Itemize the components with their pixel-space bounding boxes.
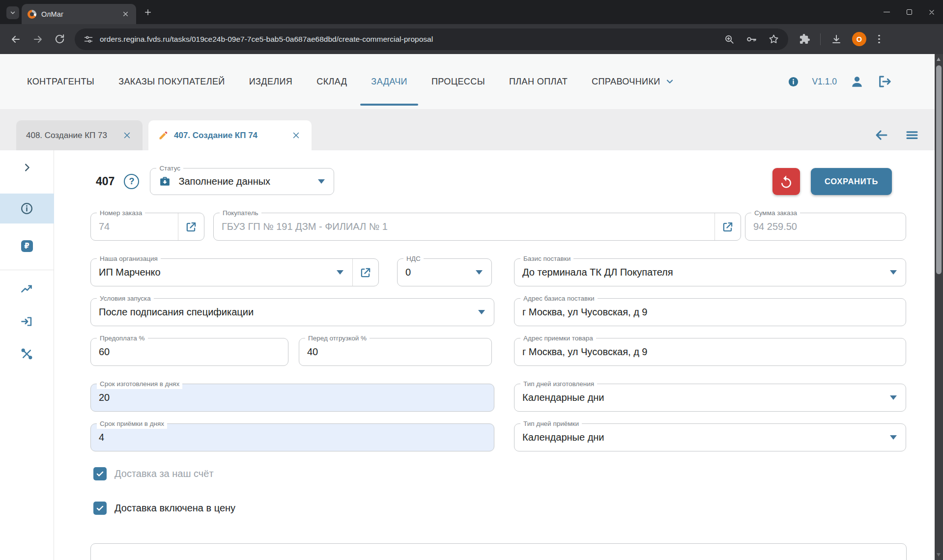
nav-item-payment-plan[interactable]: ПЛАН ОПЛАТ [509,54,568,109]
pencil-icon [158,130,169,140]
field-our-organization[interactable]: Наша организация ИП Марченко [90,258,379,286]
scrollbar-down-arrow[interactable] [937,553,941,557]
caret-down-icon[interactable] [890,270,897,275]
checkbox-checked[interactable] [93,467,107,480]
field-launch-conditions[interactable]: Условия запуска После подписания специфи… [90,298,494,326]
nav-item-tasks[interactable]: ЗАДАЧИ [371,54,407,109]
doc-tab-407[interactable]: 407. Создание КП 74 [148,120,312,150]
field-acceptance-days[interactable]: Срок приёмки в днях 4 [90,423,494,451]
nav-item-customer-orders[interactable]: ЗАКАЗЫ ПОКУПАТЕЛЕЙ [118,54,225,109]
field-acceptance-day-type[interactable]: Тип дней приёмки Календарные дни [514,423,906,451]
sidebar-item-workflow[interactable] [0,315,54,328]
browser-profile-avatar[interactable]: О [852,32,866,46]
refresh-button[interactable] [54,33,65,45]
field-value: Календарные дни [514,432,890,443]
field-label: Предоплата % [97,334,148,343]
caret-down-icon[interactable] [476,270,483,275]
checkbox-label[interactable]: Доставка включена в цену [114,503,235,514]
forward-button[interactable] [32,33,44,45]
undo-icon [779,174,794,189]
field-label: Срок приёмки в днях [97,419,167,429]
window-maximize-button[interactable] [898,0,920,24]
plus-icon [144,8,152,16]
field-prepayment-pct[interactable]: Предоплата % 60 [90,338,288,366]
nav-item-products[interactable]: ИЗДЕЛИЯ [249,54,293,109]
field-value: После подписания спецификации [91,307,478,318]
browser-tab-close-icon[interactable] [121,9,130,19]
open-in-new-icon[interactable] [353,266,378,279]
field-value: 74 [91,221,178,232]
field-acceptance-address[interactable]: Адрес приемки товара г Москва, ул Чусовс… [514,338,906,366]
status-select[interactable]: Статус Заполнение данных [150,168,334,195]
field-vat[interactable]: НДС 0 [397,258,492,286]
maximize-icon [907,9,912,15]
caret-down-icon[interactable] [478,310,485,314]
caret-down-icon[interactable] [318,179,325,184]
checkmark-icon [95,469,105,478]
info-circle-icon [20,202,33,215]
tools-icon [20,347,33,361]
toolbar-divider [820,33,821,45]
caret-down-icon[interactable] [890,395,897,400]
scrollbar-thumb[interactable] [936,65,942,274]
user-icon[interactable] [850,74,864,89]
sidebar-expand-button[interactable] [0,161,54,174]
caret-down-icon[interactable] [890,435,897,440]
doc-tab-close-icon[interactable] [290,130,302,141]
minimize-icon [884,12,890,12]
back-arrow-icon[interactable] [874,128,889,142]
doc-tab-label: 408. Создание КП 73 [26,131,107,140]
window-close-button[interactable] [920,0,943,24]
scrollbar-up-arrow[interactable] [937,57,941,61]
open-in-new-icon[interactable] [715,221,741,233]
field-label: Базис поставки [520,254,573,264]
nav-item-processes[interactable]: ПРОЦЕССЫ [431,54,485,109]
nav-item-directories[interactable]: СПРАВОЧНИКИ [592,54,675,109]
window-minimize-button[interactable] [875,0,898,24]
menu-icon[interactable] [905,128,919,142]
help-icon[interactable]: ? [124,174,139,189]
save-button[interactable]: СОХРАНИТЬ [811,168,892,195]
sidebar-item-finance[interactable]: ₽ [0,240,54,252]
chevron-down-icon [665,77,675,86]
field-order-number[interactable]: Номер заказа 74 [90,213,204,241]
tab-search-button[interactable] [6,6,19,19]
checkbox-checked[interactable] [93,502,107,515]
logout-icon[interactable] [877,74,892,89]
extensions-icon[interactable] [799,33,810,45]
nav-item-contragents[interactable]: КОНТРАГЕНТЫ [27,54,94,109]
field-buyer[interactable]: Покупатель ГБУЗ ГП № 191 ДЗМ - ФИЛИАЛ № … [213,213,741,241]
address-bar[interactable]: orders.regina.fvds.ru/tasks/019ce24b-09e… [75,28,788,50]
info-icon[interactable] [788,76,799,87]
status-value: Заполнение данных [171,176,318,187]
caret-down-icon[interactable] [337,270,343,275]
checkbox-label[interactable]: Доставка за наш счёт [114,468,214,479]
new-tab-button[interactable] [142,6,154,18]
sidebar-item-tools[interactable] [0,347,54,360]
field-delivery-basis[interactable]: Базис поставки До терминала ТК ДЛ Покупа… [514,258,906,286]
doc-tab-close-icon[interactable] [121,130,133,141]
open-in-new-icon[interactable] [178,221,204,233]
field-production-days[interactable]: Срок изготовления в днях 20 [90,384,494,412]
field-order-sum[interactable]: Сумма заказа 94 259.50 [745,213,906,241]
downloads-icon[interactable] [830,33,842,45]
sidebar-item-info[interactable] [0,194,54,224]
nav-item-warehouse[interactable]: СКЛАД [316,54,347,109]
back-button[interactable] [10,33,22,45]
site-settings-icon[interactable] [84,34,93,44]
doc-tab-408[interactable]: 408. Создание КП 73 [16,120,143,150]
field-production-day-type[interactable]: Тип дней изготовления Календарные дни [514,384,906,412]
browser-tab[interactable]: ОлМаг [22,4,136,24]
password-key-icon[interactable] [745,33,757,45]
url-text: orders.regina.fvds.ru/tasks/019ce24b-09e… [100,35,716,44]
reset-button[interactable] [772,168,800,195]
field-value: ИП Марченко [91,267,337,278]
bookmark-star-icon[interactable] [768,33,779,45]
browser-menu-icon[interactable] [876,33,882,46]
zoom-icon[interactable] [724,34,735,45]
field-delivery-basis-address[interactable]: Адрес базиса поставки г Москва, ул Чусов… [514,298,906,326]
field-value: 94 259.50 [745,221,906,232]
sidebar-item-analytics[interactable] [0,282,54,295]
field-before-shipping-pct[interactable]: Перед отгрузкой % 40 [299,338,492,366]
page-scrollbar[interactable] [935,54,943,560]
